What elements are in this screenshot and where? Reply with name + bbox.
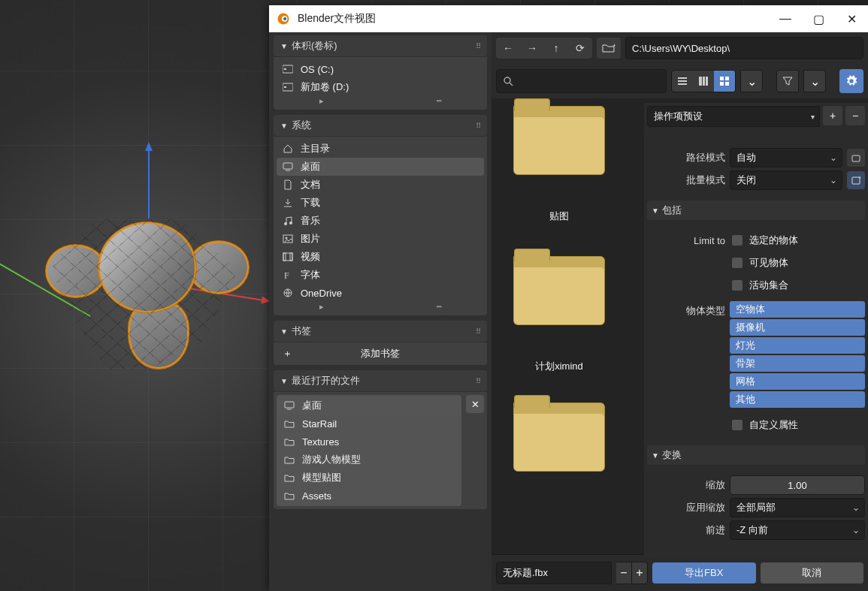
suzanne-mesh[interactable] <box>30 184 248 379</box>
back-button[interactable]: ← <box>496 38 520 59</box>
recent-item[interactable]: 桌面 <box>278 397 460 415</box>
folder-icon <box>283 473 296 482</box>
filename-input[interactable]: 无标题.fbx <box>496 562 612 584</box>
filter-button[interactable] <box>776 70 799 92</box>
up-button[interactable]: ↑ <box>544 38 568 59</box>
grip-icon[interactable]: ⠿ <box>476 377 482 385</box>
refresh-button[interactable]: ⟳ <box>568 38 592 59</box>
file-browser-dialog: Blender文件视图 — ▢ ✕ ▼ 体积(卷标) ⠿ OS (C:) 新加卷… <box>269 5 868 591</box>
expand-icon[interactable]: ▸ <box>319 302 324 312</box>
folder-icon <box>283 491 296 500</box>
cancel-button[interactable]: 取消 <box>761 562 864 583</box>
filter-dropdown[interactable]: ⌄ <box>803 70 826 92</box>
settings-button[interactable] <box>839 69 863 93</box>
section-include[interactable]: ▼包括 <box>647 201 865 220</box>
system-item[interactable]: 视频 <box>277 248 484 266</box>
folder-item[interactable]: 计划ximind <box>495 256 623 373</box>
drag-dots-icon[interactable]: ┅ <box>437 302 442 312</box>
section-recent[interactable]: ▼ 最近打开的文件 ⠿ <box>274 370 487 391</box>
expand-icon[interactable]: ▸ <box>319 96 324 107</box>
path-mode-select[interactable]: 自动 <box>730 148 842 167</box>
svg-point-2 <box>283 17 286 20</box>
forward-axis-select[interactable]: -Z 向前 <box>730 520 865 540</box>
chevron-down-icon: ▼ <box>278 42 290 50</box>
preset-select[interactable]: 操作项预设 <box>647 106 820 127</box>
batch-mode-extra[interactable]: + <box>847 171 865 189</box>
minimize-button[interactable]: — <box>769 5 802 32</box>
view-list-vertical[interactable] <box>672 71 693 92</box>
system-item[interactable]: 文档 <box>277 176 484 194</box>
checkbox-selected-objects[interactable] <box>731 234 743 246</box>
forward-button[interactable]: → <box>520 38 544 59</box>
recent-item[interactable]: Textures <box>278 433 460 451</box>
view-list-horizontal[interactable] <box>693 71 714 92</box>
drag-dots-icon[interactable]: ┅ <box>437 96 442 107</box>
section-bookmarks[interactable]: ▼ 书签 ⠿ <box>274 321 487 342</box>
add-bookmark-button[interactable]: ＋添加书签 <box>277 345 484 362</box>
increment-button[interactable]: + <box>632 562 648 584</box>
view-options-dropdown[interactable]: ⌄ <box>740 70 763 92</box>
clear-recent-button[interactable]: ✕ <box>466 395 484 413</box>
checkbox-visible-objects[interactable] <box>731 257 743 269</box>
decrement-button[interactable]: − <box>616 562 632 584</box>
system-item[interactable]: 桌面 <box>277 158 484 176</box>
volume-os-c[interactable]: OS (C:) <box>277 60 484 78</box>
section-volumes[interactable]: ▼ 体积(卷标) ⠿ <box>274 35 487 56</box>
nav-buttons: ← → ↑ ⟳ <box>496 38 592 59</box>
maximize-button[interactable]: ▢ <box>802 5 835 32</box>
batch-mode-label: 批量模式 <box>647 173 725 187</box>
recent-item[interactable]: 模型贴图 <box>278 469 460 487</box>
checkbox-custom-props[interactable] <box>731 419 743 431</box>
folder-icon <box>283 437 296 446</box>
object-type-toggle[interactable]: 骨架 <box>730 355 865 372</box>
preset-remove-button[interactable]: − <box>845 106 865 125</box>
batch-mode-select[interactable]: 关闭 <box>730 170 842 190</box>
new-folder-button[interactable]: + <box>597 38 621 59</box>
recent-item[interactable]: 游戏人物模型 <box>278 451 460 469</box>
folder-item-selected[interactable] <box>495 403 623 478</box>
system-item[interactable]: 主目录 <box>277 140 484 158</box>
svg-rect-6 <box>284 86 286 88</box>
svg-point-12 <box>286 237 288 240</box>
system-item[interactable]: 音乐 <box>277 212 484 230</box>
svg-rect-31 <box>720 82 724 86</box>
section-transform[interactable]: ▼变换 <box>647 445 865 465</box>
object-type-toggle[interactable]: 网格 <box>730 373 865 390</box>
grip-icon[interactable]: ⠿ <box>476 42 482 50</box>
recent-item[interactable]: StarRail <box>278 415 460 433</box>
axis-z <box>148 151 150 219</box>
folder-icon <box>281 216 295 226</box>
system-item[interactable]: OneDrive <box>277 284 484 302</box>
path-mode-extra[interactable] <box>847 149 865 167</box>
search-icon <box>503 76 513 86</box>
object-type-toggle[interactable]: 灯光 <box>730 337 865 354</box>
object-type-toggle[interactable]: 摄像机 <box>730 319 865 336</box>
system-item[interactable]: 下载 <box>277 194 484 212</box>
view-thumbnails[interactable] <box>714 71 735 92</box>
system-item[interactable]: F字体 <box>277 266 484 284</box>
checkbox-active-collection[interactable] <box>731 279 743 291</box>
system-item[interactable]: 图片 <box>277 230 484 248</box>
object-type-toggle[interactable]: 空物体 <box>730 301 865 318</box>
apply-scale-select[interactable]: 全部局部 <box>730 498 865 517</box>
object-type-toggle[interactable]: 其他 <box>730 391 865 408</box>
export-options-panel: 操作项预设 + − 路径模式 自动 批量模式 关闭 + ▼包括 Limit to… <box>644 103 868 558</box>
preset-add-button[interactable]: + <box>823 106 842 125</box>
folder-icon <box>283 455 296 464</box>
search-input[interactable] <box>496 69 667 93</box>
bookmarks-panel: ▼ 体积(卷标) ⠿ OS (C:) 新加卷 (D:) ▸┅ ▼ 系统 ⠿ <box>269 32 491 591</box>
export-button[interactable]: 导出FBX <box>652 562 756 583</box>
close-button[interactable]: ✕ <box>835 5 868 32</box>
section-bookmarks-label: 书签 <box>292 324 311 338</box>
section-system-label: 系统 <box>292 119 311 132</box>
volume-d[interactable]: 新加卷 (D:) <box>277 78 484 96</box>
folder-item[interactable]: 贴图 <box>495 106 623 223</box>
grip-icon[interactable]: ⠿ <box>476 327 482 336</box>
recent-item[interactable]: Assets <box>278 487 460 505</box>
path-input[interactable]: C:\Users\WY\Desktop\ <box>625 37 863 59</box>
folder-icon <box>281 198 295 208</box>
section-system[interactable]: ▼ 系统 ⠿ <box>274 115 487 136</box>
titlebar[interactable]: Blender文件视图 — ▢ ✕ <box>269 5 868 32</box>
grip-icon[interactable]: ⠿ <box>476 122 482 130</box>
scale-input[interactable]: 1.00 <box>730 475 865 495</box>
